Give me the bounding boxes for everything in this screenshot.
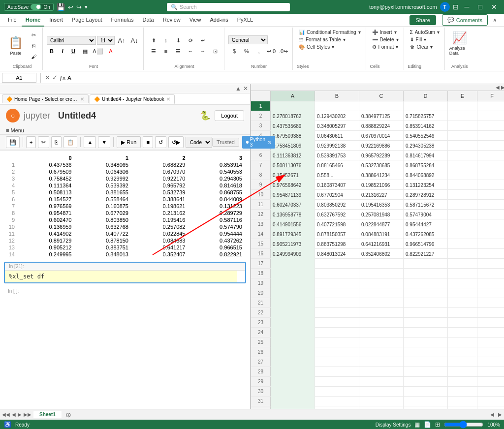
grid-cell[interactable]	[448, 111, 477, 121]
grid-cell[interactable]	[359, 377, 404, 387]
grid-cell[interactable]: 0.084883191	[359, 229, 404, 239]
align-bottom-button[interactable]: ⬇	[172, 35, 184, 45]
collapse-ribbon-button[interactable]: ∧	[492, 16, 498, 25]
decrease-decimal-button[interactable]: ↩.0	[265, 46, 277, 56]
grid-cell[interactable]	[359, 101, 404, 111]
add-sheet-button[interactable]: ⊕	[65, 411, 71, 419]
grid-cell[interactable]	[271, 347, 315, 357]
cell-styles-button[interactable]: 🎨 Cell Styles ▾	[297, 43, 363, 51]
scroll-sheets-next[interactable]: ▶	[18, 412, 22, 417]
grid-cell[interactable]: 0.558...	[315, 170, 359, 180]
grid-cell[interactable]	[404, 328, 448, 337]
restart-run-button[interactable]: ↺▶	[168, 136, 184, 148]
scroll-sheets-prev[interactable]: ◀	[12, 412, 16, 417]
tab-data[interactable]: Data	[138, 14, 158, 27]
border-button[interactable]: ▦	[79, 46, 91, 56]
italic-button[interactable]: I	[58, 47, 67, 56]
share-button[interactable]: Share	[410, 15, 436, 25]
grid-cell[interactable]	[448, 337, 477, 347]
grid-cell[interactable]: 0.111363812	[271, 151, 315, 160]
grid-cell[interactable]	[359, 367, 404, 377]
grid-cell[interactable]	[448, 151, 477, 160]
bold-button[interactable]: B	[47, 47, 57, 56]
grid-cell[interactable]	[477, 318, 504, 328]
insert-function-icon[interactable]: ƒx	[60, 75, 65, 81]
grid-cell[interactable]	[477, 367, 504, 377]
grid-cell[interactable]	[477, 141, 504, 151]
grid-cell[interactable]	[315, 259, 359, 269]
grid-cell[interactable]: 0.679509388	[271, 131, 315, 141]
grid-cell[interactable]: 0.929992138	[315, 141, 359, 151]
grid-cell[interactable]	[448, 200, 477, 210]
grid-cell[interactable]	[404, 397, 448, 406]
logout-button[interactable]: Logout	[215, 110, 244, 121]
tab-review[interactable]: Review	[159, 14, 185, 27]
tab-view[interactable]: View	[186, 14, 205, 27]
grid-cell[interactable]	[359, 288, 404, 298]
grid-cell[interactable]: 0.539391753	[315, 151, 359, 160]
grid-cell[interactable]	[448, 259, 477, 269]
grid-cell[interactable]	[448, 229, 477, 239]
grid-cell[interactable]	[315, 367, 359, 377]
grid-cell[interactable]	[404, 337, 448, 347]
grid-cell[interactable]: 0.803850292	[315, 200, 359, 210]
scroll-bar-left[interactable]: ◀	[490, 412, 494, 417]
tab-addins[interactable]: Add-ins	[206, 14, 232, 27]
grid-cell[interactable]: 0.21316227	[359, 190, 404, 200]
grid-cell[interactable]	[271, 397, 315, 406]
grid-cell[interactable]	[448, 318, 477, 328]
grid-cell[interactable]	[359, 337, 404, 347]
grid-cell[interactable]: 0.891729345	[271, 229, 315, 239]
grid-cell[interactable]	[477, 121, 504, 131]
scroll-sheets-left[interactable]: ◀◀	[2, 412, 10, 417]
grid-cell[interactable]	[477, 278, 504, 288]
grid-cell[interactable]: 0.67702904	[315, 190, 359, 200]
grid-cell[interactable]: 0.388641234	[359, 170, 404, 180]
move-up-button[interactable]: ▲	[84, 136, 96, 148]
grid-cell[interactable]: 0.844068892	[404, 170, 448, 180]
customize-icon[interactable]: ▾	[85, 4, 88, 10]
grid-cell[interactable]	[448, 170, 477, 180]
grid-cell[interactable]	[315, 318, 359, 328]
grid-cell[interactable]	[477, 328, 504, 337]
grid-cell[interactable]: 0.414901556	[271, 219, 315, 229]
grid-cell[interactable]: 0.129430202	[315, 111, 359, 121]
confirm-formula-icon[interactable]: ✓	[52, 74, 58, 81]
grid-cell[interactable]: 0.198521066	[359, 180, 404, 190]
stop-button[interactable]: ■	[143, 136, 153, 148]
fill-color-button[interactable]: A⬜	[92, 46, 104, 56]
grid-cell[interactable]	[448, 210, 477, 219]
grid-cell[interactable]	[448, 121, 477, 131]
wrap-text-button[interactable]: ↵	[197, 35, 209, 45]
cut-cell-button[interactable]: ✂	[38, 136, 49, 148]
grid-cell[interactable]: 0.437262085	[404, 229, 448, 239]
scroll-bar-right[interactable]: ▶	[498, 412, 502, 417]
grid-cell[interactable]	[359, 397, 404, 406]
grid-cell[interactable]	[315, 101, 359, 111]
grid-cell[interactable]	[448, 387, 477, 397]
jupyter-tab-notebook[interactable]: 🔶 Untitled4 - Jupyter Notebook ✕	[90, 94, 175, 104]
grid-cell[interactable]	[404, 318, 448, 328]
normal-view-icon[interactable]: ▦	[414, 421, 420, 428]
grid-cell[interactable]: 0.384977125	[359, 111, 404, 121]
grid-cell[interactable]: 0.06430611	[315, 131, 359, 141]
grid-cell[interactable]: 0.888829224	[359, 121, 404, 131]
grid-cell[interactable]	[359, 259, 404, 269]
copy-cell-button[interactable]: ⎘	[51, 136, 62, 148]
col-header-b[interactable]: B	[315, 91, 359, 101]
grid-cell[interactable]	[315, 298, 359, 308]
grid-cell[interactable]	[448, 141, 477, 151]
grid-cell[interactable]	[448, 308, 477, 318]
cut-button[interactable]: ✂	[28, 30, 39, 40]
cell-code-input[interactable]	[5, 271, 237, 282]
comma-button[interactable]: ,	[253, 46, 265, 56]
grid-cell[interactable]: 0.88165466	[315, 160, 359, 170]
grid-cell[interactable]	[271, 406, 315, 409]
grid-cell[interactable]	[477, 397, 504, 406]
grid-cell[interactable]	[315, 269, 359, 278]
grid-cell[interactable]	[448, 298, 477, 308]
grid-cell[interactable]	[315, 397, 359, 406]
number-format-select[interactable]: General	[228, 35, 268, 44]
grid-cell[interactable]	[315, 278, 359, 288]
tab-file[interactable]: File	[4, 14, 21, 27]
